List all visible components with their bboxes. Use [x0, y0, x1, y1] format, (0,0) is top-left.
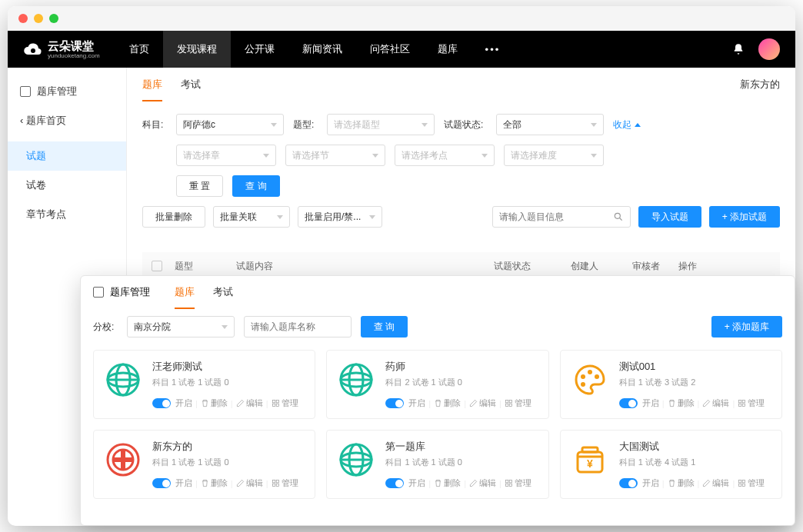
toggle-switch[interactable] — [385, 478, 404, 488]
toggle-switch[interactable] — [619, 398, 638, 408]
titlebar — [8, 6, 795, 31]
point-select[interactable]: 请选择考点 — [395, 145, 495, 166]
card-meta: 科目 1 试卷 4 试题 1 — [619, 457, 772, 468]
nav-public[interactable]: 公开课 — [231, 31, 288, 68]
difficulty-select[interactable]: 请选择难度 — [504, 145, 604, 166]
w2-header: 题库管理 题库 考试 — [81, 276, 795, 308]
bank-card[interactable]: 新东方的 科目 1 试卷 1 试题 0 开启 | 删除 | 编辑 | 管理 — [93, 430, 315, 499]
card-manage[interactable]: 管理 — [738, 397, 765, 409]
svg-rect-41 — [505, 484, 508, 486]
qstatus-label: 试题状态: — [444, 118, 487, 131]
nav-news[interactable]: 新闻资讯 — [288, 31, 356, 68]
select-all-checkbox[interactable] — [152, 261, 162, 271]
bank-card[interactable]: 第一题库 科目 1 试卷 1 试题 0 开启 | 删除 | 编辑 | 管理 — [326, 430, 548, 499]
subject-select[interactable]: 阿萨德c — [176, 114, 284, 135]
card-ops: 开启 | 删除 | 编辑 | 管理 — [619, 397, 772, 409]
avatar[interactable] — [758, 38, 780, 60]
card-delete[interactable]: 删除 — [434, 477, 461, 489]
brand-logo[interactable]: 云朵课堂 yunduoketang.com — [23, 39, 100, 59]
sidebar-back[interactable]: ‹ 题库首页 — [8, 106, 126, 135]
card-manage[interactable]: 管理 — [505, 477, 531, 489]
svg-point-1 — [615, 213, 620, 218]
minimize-dot[interactable] — [34, 14, 43, 23]
svg-rect-15 — [505, 400, 508, 402]
tab-bank[interactable]: 题库 — [142, 68, 162, 101]
sidebar-item-papers[interactable]: 试卷 — [8, 171, 126, 200]
query-button[interactable]: 查 询 — [232, 175, 279, 197]
close-dot[interactable] — [18, 14, 28, 23]
bank-card[interactable]: 药师 科目 2 试卷 1 试题 0 开启 | 删除 | 编辑 | 管理 — [326, 350, 548, 419]
card-edit[interactable]: 编辑 — [469, 477, 496, 489]
card-manage[interactable]: 管理 — [505, 397, 531, 409]
tab-exam[interactable]: 考试 — [181, 68, 201, 101]
import-button[interactable]: 导入试题 — [638, 206, 701, 228]
card-meta: 科目 1 试卷 1 试题 0 — [152, 457, 305, 468]
subject-label: 科目: — [142, 118, 167, 131]
w2-tab-exam[interactable]: 考试 — [213, 275, 233, 309]
add-bank-button[interactable]: + 添加题库 — [711, 316, 782, 337]
svg-point-21 — [595, 374, 599, 379]
card-icon — [336, 440, 376, 480]
bank-icon — [93, 287, 104, 298]
card-ops: 开启 | 删除 | 编辑 | 管理 — [385, 397, 538, 409]
svg-rect-33 — [272, 484, 275, 486]
filters: 科目: 阿萨德c 题型: 请选择题型 试题状态: 全部 收起 请选择章 请选择节… — [142, 101, 780, 240]
section-select[interactable]: 请选择节 — [285, 145, 385, 166]
card-edit[interactable]: 编辑 — [702, 477, 729, 489]
card-delete[interactable]: 删除 — [201, 397, 228, 409]
nav-home[interactable]: 首页 — [115, 31, 163, 68]
bank-card[interactable]: 测试001 科目 1 试卷 3 试题 2 开启 | 删除 | 编辑 | 管理 — [560, 350, 782, 419]
bulk-toggle-select[interactable]: 批量启用/禁... — [298, 206, 382, 228]
bank-name-input[interactable] — [244, 316, 352, 337]
reset-button[interactable]: 重 置 — [176, 175, 223, 197]
zoom-dot[interactable] — [49, 14, 58, 23]
qtype-select[interactable]: 请选择题型 — [327, 114, 435, 135]
w2-query-button[interactable]: 查 询 — [361, 316, 408, 337]
toggle-switch[interactable] — [385, 398, 404, 408]
w2-filter: 分校: 南京分院 查 询 + 添加题库 — [81, 308, 795, 345]
toggle-switch[interactable] — [619, 478, 638, 488]
card-title: 第一题库 — [385, 440, 538, 454]
card-manage[interactable]: 管理 — [272, 477, 298, 489]
chapter-select[interactable]: 请选择章 — [176, 145, 276, 166]
card-delete[interactable]: 删除 — [668, 397, 695, 409]
card-delete[interactable]: 删除 — [201, 477, 228, 489]
bulk-delete-button[interactable]: 批量删除 — [142, 206, 205, 228]
card-edit[interactable]: 编辑 — [236, 477, 263, 489]
card-delete[interactable]: 删除 — [668, 477, 695, 489]
card-manage[interactable]: 管理 — [738, 477, 765, 489]
toggle-switch[interactable] — [152, 478, 171, 488]
nav-discover[interactable]: 发现课程 — [163, 31, 231, 68]
card-edit[interactable]: 编辑 — [469, 397, 496, 409]
nav-more[interactable]: ••• — [471, 31, 515, 68]
bell-icon[interactable] — [732, 43, 745, 55]
toggle-switch[interactable] — [152, 398, 171, 408]
branch-select[interactable]: 南京分院 — [127, 316, 235, 337]
card-icon — [103, 360, 143, 400]
card-icon: ¥ — [570, 440, 610, 480]
sidebar-item-points[interactable]: 章节考点 — [8, 200, 126, 229]
search-input[interactable] — [492, 206, 631, 228]
bulk-link-select[interactable]: 批量关联 — [213, 206, 290, 228]
qstatus-select[interactable]: 全部 — [496, 114, 604, 135]
svg-point-20 — [588, 370, 592, 374]
card-icon — [336, 360, 376, 400]
card-manage[interactable]: 管理 — [272, 397, 298, 409]
bank-card[interactable]: 汪老师测试 科目 1 试卷 1 试题 0 开启 | 删除 | 编辑 | 管理 — [93, 350, 315, 419]
bank-card[interactable]: ¥ 大国测试 科目 1 试卷 4 试题 1 开启 | 删除 | 编辑 | 管理 — [560, 430, 782, 499]
card-edit[interactable]: 编辑 — [702, 397, 729, 409]
sidebar-item-questions[interactable]: 试题 — [8, 141, 126, 171]
card-edit[interactable]: 编辑 — [236, 397, 263, 409]
nav-qa[interactable]: 问答社区 — [356, 31, 424, 68]
w2-tab-bank[interactable]: 题库 — [175, 275, 195, 309]
svg-rect-42 — [509, 484, 511, 486]
collapse-link[interactable]: 收起 — [613, 118, 641, 131]
svg-rect-10 — [276, 404, 278, 406]
brand-name: 云朵课堂 — [48, 39, 94, 52]
card-delete[interactable]: 删除 — [434, 397, 461, 409]
search-field[interactable] — [499, 211, 607, 222]
add-button[interactable]: + 添加试题 — [709, 206, 780, 228]
svg-rect-31 — [272, 480, 275, 482]
card-title: 新东方的 — [152, 440, 305, 454]
nav-bank[interactable]: 题库 — [424, 31, 471, 68]
